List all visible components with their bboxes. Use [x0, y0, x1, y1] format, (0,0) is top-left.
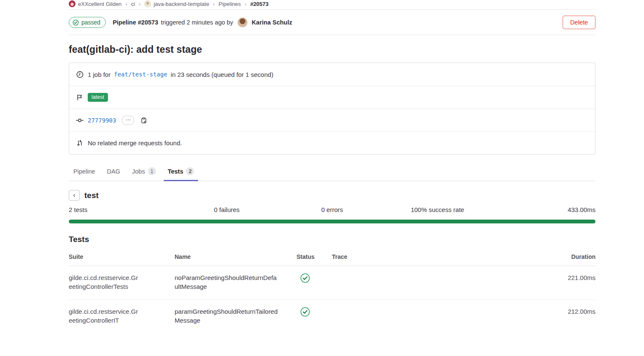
tab-jobs[interactable]: Jobs 1: [128, 163, 160, 181]
tab-jobs-count-badge: 1: [148, 167, 156, 175]
breadcrumb-subgroup-label: ci: [131, 1, 135, 7]
test-row[interactable]: gilde.ci.cd.restservice.GreetingControll…: [69, 266, 595, 300]
column-suite: Suite: [69, 248, 175, 266]
test-suite-header: ‹ test: [69, 190, 595, 201]
breadcrumb-pipeline-id-label: #20573: [250, 1, 268, 7]
pipeline-status-badge[interactable]: passed: [69, 17, 106, 28]
breadcrumb-group-label: eXXcellent Gilden: [78, 1, 121, 7]
merge-request-icon: [76, 140, 84, 147]
status-passed-icon: [300, 307, 310, 317]
breadcrumb-group[interactable]: eXXcellent Gilden: [69, 0, 121, 7]
test-suite-stats: 2 tests 0 failures 0 errors 100% success…: [69, 206, 595, 213]
copy-commit-sha-button[interactable]: [141, 117, 147, 124]
clipboard-icon: [141, 117, 147, 124]
tab-jobs-label: Jobs: [132, 168, 145, 175]
status-badge-label: passed: [81, 19, 100, 26]
breadcrumb-subgroup[interactable]: ci: [131, 1, 135, 7]
test-suite-cell: gilde.ci.cd.restservice.GreetingControll…: [69, 307, 140, 325]
pipeline-info-card: 1 job for feat/test-stage in 23 seconds …: [69, 63, 595, 155]
breadcrumb-project[interactable]: java-backend-template: [144, 0, 209, 7]
pipeline-tabs: Pipeline DAG Jobs 1 Tests 2: [69, 163, 595, 181]
commit-message-toggle-button[interactable]: ⋯: [122, 116, 134, 125]
tests-heading: Tests: [69, 235, 595, 244]
job-summary-row: 1 job for feat/test-stage in 23 seconds …: [69, 63, 595, 86]
tab-dag[interactable]: DAG: [103, 163, 124, 181]
branch-link[interactable]: feat/test-stage: [114, 71, 167, 78]
test-duration-cell: 212.00ms: [541, 299, 595, 333]
chevron-right-icon: ›: [125, 1, 127, 7]
column-name: Name: [175, 248, 296, 266]
tab-tests[interactable]: Tests 2: [164, 163, 199, 181]
success-rate-bar-fill: [69, 220, 595, 223]
flag-icon: [76, 94, 84, 101]
chevron-right-icon: ›: [139, 1, 140, 7]
clock-icon: [76, 71, 84, 78]
breadcrumb-pipelines[interactable]: Pipelines: [218, 1, 241, 7]
user-name-link[interactable]: Karina Schulz: [252, 19, 292, 26]
triggered-text: triggered 2 minutes ago by: [161, 19, 233, 26]
commit-icon: [76, 117, 84, 123]
merge-request-row: No related merge requests found.: [69, 131, 595, 154]
test-suite-cell: gilde.ci.cd.restservice.GreetingControll…: [69, 273, 140, 291]
pipeline-page: eXXcellent Gilden › ci › java-backend-te…: [69, 0, 595, 333]
check-circle-icon: [73, 19, 79, 26]
tests-table: Suite Name Status Trace Duration gilde.c…: [69, 248, 595, 333]
latest-badge[interactable]: latest: [88, 93, 108, 102]
status-passed-icon: [300, 273, 310, 283]
column-trace: Trace: [332, 248, 541, 266]
stat-failures: 0 failures: [174, 206, 280, 213]
tab-tests-label: Tests: [168, 168, 183, 175]
stat-success-rate: 100% success rate: [385, 206, 490, 213]
tab-pipeline[interactable]: Pipeline: [69, 163, 100, 181]
back-button[interactable]: ‹: [69, 190, 80, 201]
user-avatar[interactable]: [237, 17, 248, 27]
test-suite-title: test: [84, 191, 99, 200]
tab-pipeline-label: Pipeline: [73, 168, 95, 175]
tab-dag-label: DAG: [107, 168, 120, 175]
stat-errors: 0 errors: [280, 206, 385, 213]
pipeline-id-label: Pipeline #20573: [113, 19, 158, 26]
job-summary-suffix: in 23 seconds (queued for 1 second): [171, 71, 274, 78]
breadcrumb-pipelines-label: Pipelines: [218, 1, 241, 7]
column-duration: Duration: [541, 248, 595, 266]
job-summary-prefix: 1 job for: [88, 71, 110, 78]
pipeline-header: passed Pipeline #20573 triggered 2 minut…: [69, 10, 595, 35]
test-name-cell: paramGreetingShouldReturnTailoredMessage: [175, 307, 278, 325]
commit-row: 27779903 ⋯: [69, 109, 595, 131]
breadcrumb-project-label: java-backend-template: [154, 1, 209, 7]
merge-request-text: No related merge requests found.: [88, 139, 182, 147]
tab-tests-count-badge: 2: [186, 167, 194, 175]
stat-duration: 433.00ms: [490, 206, 595, 213]
breadcrumb-pipeline-id: #20573: [250, 1, 268, 7]
page-title: feat(gitlab-ci): add test stage: [69, 44, 595, 55]
test-trace-cell: [332, 299, 541, 333]
chevron-right-icon: ›: [213, 1, 215, 7]
test-trace-cell: [332, 266, 541, 300]
breadcrumb: eXXcellent Gilden › ci › java-backend-te…: [69, 0, 595, 10]
latest-badge-row: latest: [69, 86, 595, 109]
test-duration-cell: 221.00ms: [541, 266, 595, 300]
success-rate-bar: [69, 220, 595, 223]
group-avatar-icon: [69, 0, 75, 7]
test-name-cell: noParamGreetingShouldReturnDefaultMessag…: [175, 273, 278, 291]
tests-table-header: Suite Name Status Trace Duration: [69, 248, 595, 266]
test-row[interactable]: gilde.ci.cd.restservice.GreetingControll…: [69, 299, 595, 333]
column-status: Status: [296, 248, 332, 266]
pipeline-summary: Pipeline #20573 triggered 2 minutes ago …: [113, 17, 556, 27]
stat-total-tests: 2 tests: [69, 206, 174, 213]
chevron-right-icon: ›: [245, 1, 246, 7]
delete-button[interactable]: Delete: [563, 16, 595, 29]
commit-sha-link[interactable]: 27779903: [88, 117, 116, 124]
project-avatar-icon: [144, 0, 151, 7]
